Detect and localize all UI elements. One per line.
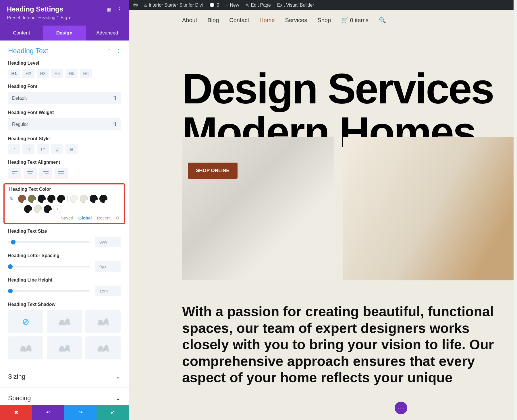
- shop-online-button[interactable]: SHOP ONLINE: [188, 163, 238, 179]
- wp-new[interactable]: + New: [225, 3, 239, 8]
- color-settings-icon[interactable]: ⚙: [116, 215, 119, 221]
- builder-fab[interactable]: ⋯: [395, 402, 407, 414]
- page-scrollbar[interactable]: [514, 0, 517, 420]
- align-left[interactable]: [8, 168, 21, 179]
- nav-about[interactable]: About: [182, 17, 197, 24]
- preview-canvas: ⓦ ⌂ Interior Starter Site for Divi 💬 0 +…: [129, 0, 514, 420]
- level-h1[interactable]: H1: [8, 69, 20, 78]
- shadow-none[interactable]: ⊘: [8, 310, 43, 333]
- color-tab-saved[interactable]: Saved: [61, 215, 73, 221]
- panel-tabs: Content Design Advanced: [0, 26, 129, 41]
- field-label: Heading Text Shadow: [8, 302, 121, 307]
- level-h6[interactable]: H6: [80, 69, 92, 78]
- color-swatch[interactable]: [34, 205, 42, 213]
- panel-title: Heading Settings: [7, 5, 63, 13]
- more-icon[interactable]: ⋮: [117, 7, 122, 12]
- align-right[interactable]: [39, 168, 52, 179]
- nav-shop[interactable]: Shop: [317, 17, 331, 24]
- hero-section: Design ServicesModern Homes: [129, 30, 514, 154]
- cart-count: 0 items: [350, 17, 369, 23]
- color-swatch[interactable]: [80, 195, 88, 203]
- heading-align-field: Heading Text Alignment: [0, 157, 129, 182]
- shadow-preset-1[interactable]: aA: [47, 310, 82, 333]
- color-swatch[interactable]: [57, 195, 65, 203]
- section-header[interactable]: Heading Text ⌃ ⋮: [0, 41, 129, 58]
- preset-label[interactable]: Preset: Interior Heading 1 Big ▾: [7, 15, 122, 20]
- chevron-up-icon[interactable]: ⌃: [107, 48, 111, 54]
- color-swatch[interactable]: [44, 205, 52, 213]
- hero-image-2: [343, 137, 514, 280]
- shadow-preset-3[interactable]: aA: [8, 336, 43, 359]
- nav-blog[interactable]: Blog: [207, 17, 219, 24]
- shadow-preset-4[interactable]: aA: [47, 336, 82, 359]
- style-strike[interactable]: S: [65, 144, 78, 154]
- spacing-input[interactable]: 0px: [95, 261, 121, 272]
- settings-panel: Heading Settings ⛶ ▦ ⋮ Preset: Interior …: [0, 0, 129, 420]
- wp-edit-page[interactable]: ✎ Edit Page: [245, 3, 271, 8]
- nav-services[interactable]: Services: [285, 17, 307, 24]
- nav-contact[interactable]: Contact: [229, 17, 249, 24]
- font-select[interactable]: Default⇅: [8, 92, 121, 104]
- undo-button[interactable]: ↶: [32, 405, 64, 420]
- color-swatch[interactable]: [38, 195, 46, 203]
- nav-home[interactable]: Home: [259, 17, 275, 24]
- style-smallcaps[interactable]: Tᴛ: [37, 144, 49, 154]
- sizing-section[interactable]: Sizing ⌄: [0, 366, 129, 387]
- nav-cart[interactable]: 🛒 0 items: [341, 17, 369, 24]
- tab-advanced[interactable]: Advanced: [86, 26, 129, 41]
- wp-site-text: Interior Starter Site for Divi: [149, 3, 203, 8]
- level-h4[interactable]: H4: [51, 69, 63, 78]
- section-more-icon[interactable]: ⋮: [116, 48, 121, 54]
- lineheight-slider[interactable]: [8, 290, 90, 292]
- size-slider[interactable]: [8, 241, 90, 243]
- lineheight-input[interactable]: 1em: [95, 286, 121, 296]
- save-button[interactable]: ✔: [97, 405, 129, 420]
- spacing-section[interactable]: Spacing ⌄: [0, 387, 129, 405]
- color-swatch[interactable]: [90, 195, 98, 203]
- panel-scroll[interactable]: Heading Text ⌃ ⋮ Heading Level H1 H2 H3 …: [0, 41, 129, 405]
- tab-content[interactable]: Content: [0, 26, 43, 41]
- wp-logo-icon[interactable]: ⓦ: [133, 2, 138, 8]
- wp-admin-bar: ⓦ ⌂ Interior Starter Site for Divi 💬 0 +…: [129, 0, 514, 10]
- shadow-preset-5[interactable]: aA: [85, 336, 121, 359]
- color-swatch[interactable]: [18, 195, 26, 203]
- nav-search-icon[interactable]: 🔍: [379, 17, 386, 24]
- color-swatch[interactable]: [28, 195, 36, 203]
- add-color-icon[interactable]: +: [53, 205, 61, 213]
- align-center[interactable]: [24, 168, 37, 179]
- wp-site-name[interactable]: ⌂ Interior Starter Site for Divi: [144, 3, 203, 8]
- level-h5[interactable]: H5: [65, 69, 78, 78]
- size-input[interactable]: 8vw: [95, 237, 121, 247]
- wp-new-text: New: [230, 3, 239, 8]
- color-tab-global[interactable]: Global: [78, 215, 92, 221]
- level-h2[interactable]: H2: [22, 69, 34, 78]
- wp-comments[interactable]: 💬 0: [209, 3, 219, 8]
- level-h3[interactable]: H3: [37, 69, 49, 78]
- wp-exit-builder[interactable]: Exit Visual Builder: [277, 3, 314, 8]
- cancel-button[interactable]: ✖: [0, 405, 32, 420]
- expand-icon[interactable]: ⛶: [96, 7, 100, 12]
- grid-icon[interactable]: ▦: [107, 7, 111, 12]
- hero-image-1: SHOP ONLINE: [182, 137, 334, 280]
- tab-design[interactable]: Design: [43, 26, 86, 41]
- shadow-preset-2[interactable]: aA: [85, 310, 121, 333]
- color-swatch[interactable]: [99, 195, 107, 203]
- style-italic[interactable]: I: [8, 144, 20, 154]
- color-swatch[interactable]: [70, 195, 78, 203]
- spacing-slider[interactable]: [8, 266, 90, 267]
- color-tab-recent[interactable]: Recent: [97, 215, 111, 221]
- field-label: Heading Font Weight: [8, 110, 121, 115]
- color-swatch[interactable]: [47, 195, 55, 203]
- style-uppercase[interactable]: TT: [22, 144, 34, 154]
- eyedropper-icon[interactable]: ✎: [9, 196, 13, 202]
- sizing-label: Sizing: [8, 373, 25, 380]
- redo-button[interactable]: ↷: [64, 405, 97, 420]
- color-swatch[interactable]: [24, 205, 32, 213]
- field-label: Heading Line Height: [8, 278, 121, 283]
- align-justify[interactable]: [55, 168, 68, 179]
- field-label: Heading Font: [8, 84, 121, 89]
- style-underline[interactable]: U: [51, 144, 63, 154]
- field-label: Heading Text Alignment: [8, 160, 121, 165]
- weight-select[interactable]: Regular⇅: [8, 118, 121, 130]
- heading-size-field: Heading Text Size 8vw: [0, 226, 129, 250]
